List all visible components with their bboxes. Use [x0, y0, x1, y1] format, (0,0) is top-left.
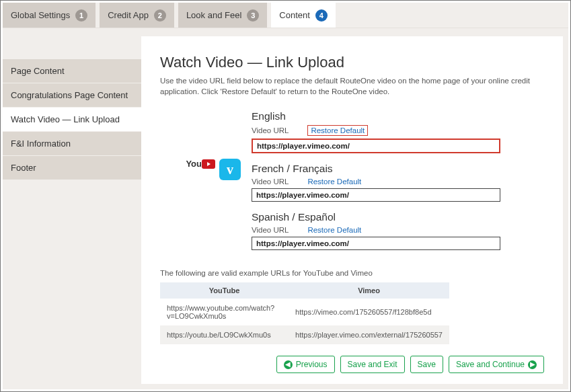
example-url-cell: https://www.youtube.com/watch?v=LO9CwkXm… [160, 299, 289, 325]
language-block-spanish: Spanish / Español Video URL Restore Defa… [252, 211, 544, 250]
restore-default-link[interactable]: Restore Default [307, 178, 361, 186]
button-label: Previous [296, 360, 328, 369]
previous-button[interactable]: ◀ Previous [276, 356, 335, 373]
language-block-french: French / Français Video URL Restore Defa… [252, 163, 544, 202]
sidebar-item-footer[interactable]: Footer [3, 156, 141, 180]
tab-step-badge: 1 [75, 9, 87, 22]
save-and-exit-button[interactable]: Save and Exit [340, 356, 405, 373]
sidebar-item-watch-video[interactable]: Watch Video — Link Upload [3, 108, 141, 132]
language-block-english: English Video URL Restore Default [252, 110, 544, 153]
side-nav: Page Content Congratulations Page Conten… [3, 28, 141, 389]
table-row: https://youtu.be/LO9CwkXmu0s https://pla… [160, 325, 449, 344]
vimeo-logo-icon: v [219, 159, 241, 180]
button-label: Save and Exit [348, 360, 397, 369]
tab-label: Global Settings [11, 10, 70, 20]
page-title: Watch Video — Link Upload [160, 54, 544, 71]
save-button[interactable]: Save [410, 356, 443, 373]
examples-header-vimeo: Vimeo [289, 282, 449, 299]
sidebar-item-congratulations[interactable]: Congratulations Page Content [3, 83, 141, 108]
button-label: Save and Continue [456, 360, 525, 369]
arrow-left-icon: ◀ [284, 360, 293, 369]
video-url-label: Video URL [252, 226, 289, 234]
tab-label: Look and Feel [186, 10, 241, 20]
tab-global-settings[interactable]: Global Settings 1 [3, 3, 96, 28]
restore-default-link[interactable]: Restore Default [307, 125, 368, 136]
video-url-label: Video URL [252, 126, 289, 134]
example-url-cell: https://player.vimeo.com/external/175260… [289, 325, 449, 344]
tab-step-badge: 4 [315, 9, 328, 22]
video-url-input-english[interactable] [252, 139, 500, 153]
tab-content[interactable]: Content 4 [271, 3, 336, 28]
page-description: Use the video URL field below to replace… [160, 75, 544, 97]
examples-table: YouTube Vimeo https://www.youtube.com/wa… [160, 282, 449, 344]
tab-step-badge: 2 [154, 9, 166, 22]
top-tab-strip: Global Settings 1 Credit App 2 Look and … [3, 3, 568, 28]
video-url-input-french[interactable] [252, 188, 500, 202]
language-title: English [252, 110, 544, 122]
arrow-right-icon: ▶ [528, 360, 537, 369]
table-row: https://www.youtube.com/watch?v=LO9CwkXm… [160, 299, 449, 325]
footer-button-row: ◀ Previous Save and Exit Save Save and C… [160, 345, 544, 373]
sidebar-item-fi-information[interactable]: F&I Information [3, 132, 141, 156]
video-url-input-spanish[interactable] [252, 237, 500, 250]
tab-label: Content [279, 10, 310, 20]
youtube-logo-icon: You [186, 159, 215, 169]
tab-credit-app[interactable]: Credit App 2 [100, 3, 174, 28]
example-url-cell: https://vimeo.com/175260557/f128bf8e5d [289, 299, 449, 325]
tab-look-and-feel[interactable]: Look and Feel 3 [178, 3, 267, 28]
example-url-cell: https://youtu.be/LO9CwkXmu0s [160, 325, 289, 344]
video-url-label: Video URL [252, 178, 289, 186]
examples-header-youtube: YouTube [160, 282, 289, 299]
main-panel: Watch Video — Link Upload Use the video … [141, 36, 563, 384]
language-title: French / Français [252, 163, 544, 175]
button-label: Save [418, 360, 436, 369]
tab-label: Credit App [108, 10, 149, 20]
tab-step-badge: 3 [247, 9, 259, 22]
restore-default-link[interactable]: Restore Default [307, 226, 361, 234]
save-and-continue-button[interactable]: Save and Continue ▶ [449, 356, 544, 373]
sidebar-item-page-content[interactable]: Page Content [3, 59, 141, 83]
language-title: Spanish / Español [252, 211, 544, 223]
examples-note: The following are valid example URLs for… [160, 269, 544, 277]
